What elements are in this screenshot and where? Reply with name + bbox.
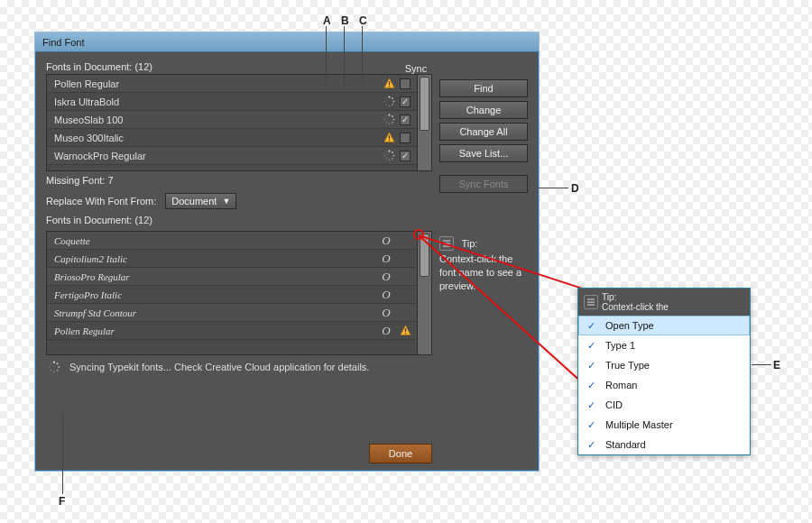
font-row[interactable]: Iskra UltraBold [47, 93, 417, 111]
font-row[interactable]: WarnockPro Regular [47, 147, 417, 165]
check-icon: ✓ [587, 439, 598, 451]
font-row[interactable]: CoquetteO [47, 232, 417, 250]
popup-menu-label: Roman [605, 380, 637, 390]
sync-checkbox[interactable] [397, 133, 413, 143]
svg-point-26 [383, 155, 384, 156]
check-icon: ✓ [587, 340, 598, 352]
callout-label-d: D [571, 182, 579, 195]
popup-menu-label: Multiple Master [605, 419, 673, 430]
popup-menu-item[interactable]: ✓Open Type [578, 316, 750, 335]
fonts-in-document-list[interactable]: Pollen RegularIskra UltraBoldMuseoSlab 1… [46, 74, 432, 171]
sync-fonts-button[interactable]: Sync Fonts [439, 175, 528, 193]
tip-body: Context-click the font name to see a pre… [439, 252, 528, 293]
callout-line [326, 26, 327, 89]
done-button[interactable]: Done [369, 444, 432, 463]
svg-point-25 [385, 158, 386, 159]
svg-point-8 [383, 101, 384, 102]
sync-status-text: Syncing Typekit fonts... Check Creative … [69, 362, 369, 372]
svg-point-31 [57, 362, 59, 364]
callout-line [538, 188, 568, 188]
tip-title: Tip: [461, 238, 477, 249]
svg-point-3 [391, 97, 392, 99]
callout-label-e: E [773, 359, 780, 372]
svg-point-13 [392, 122, 393, 124]
font-row[interactable]: Pollen RegularO [47, 322, 417, 340]
bottom-list-scrollbar[interactable] [417, 232, 431, 354]
svg-rect-0 [388, 81, 389, 85]
sync-checkbox[interactable] [397, 96, 413, 107]
font-type-popup: Tip: Context-click the ✓Open Type✓Type 1… [577, 288, 751, 455]
warning-icon [381, 132, 397, 143]
svg-point-20 [388, 151, 390, 152]
change-all-button[interactable]: Change All [439, 123, 528, 141]
popup-menu-item[interactable]: ✓Roman [578, 375, 750, 395]
svg-point-33 [57, 370, 59, 372]
replace-with-label: Replace With Font From: [46, 196, 156, 206]
svg-point-7 [385, 104, 386, 105]
find-font-window: Find Font Fonts in Document: (12) Sync P… [34, 32, 540, 472]
svg-point-35 [51, 370, 51, 371]
svg-rect-19 [388, 140, 389, 141]
font-type-glyph: O [375, 234, 397, 248]
syncing-spinner-icon [48, 361, 60, 373]
popup-menu-item[interactable]: ✓Type 1 [578, 335, 750, 355]
check-icon: ✓ [587, 419, 598, 431]
popup-menu-item[interactable]: ✓True Type [578, 355, 750, 375]
svg-point-16 [383, 119, 384, 120]
popup-menu-label: True Type [605, 360, 650, 371]
font-row[interactable]: BriosoPro RegularO [47, 268, 417, 286]
font-name: WarnockPro Regular [54, 151, 381, 161]
svg-rect-1 [388, 86, 389, 87]
font-row[interactable]: Capitolium2 ItalicO [47, 250, 417, 268]
find-button[interactable]: Find [439, 79, 528, 97]
font-type-glyph: O [375, 306, 397, 320]
top-list-scrollbar[interactable] [417, 75, 431, 170]
sync-header-label: Sync [400, 63, 432, 74]
font-name: Museo 300Italic [54, 133, 381, 143]
sync-checkbox[interactable] [397, 78, 413, 89]
syncing-spinner-icon [381, 96, 397, 107]
svg-point-23 [392, 158, 393, 160]
svg-point-17 [385, 115, 386, 116]
font-row[interactable]: MuseoSlab 100 [47, 111, 417, 129]
font-type-glyph: O [375, 288, 397, 302]
font-row[interactable]: Strumpf Std ContourO [47, 304, 417, 322]
syncing-spinner-icon [381, 150, 397, 161]
callout-label-a: A [323, 14, 331, 27]
font-name: Iskra UltraBold [54, 96, 381, 107]
replace-source-dropdown[interactable]: Document ▼ [165, 193, 236, 209]
check-icon: ✓ [587, 320, 598, 332]
svg-point-32 [58, 366, 60, 368]
sync-checkbox[interactable] [397, 115, 413, 125]
panel-menu-icon [584, 295, 598, 309]
svg-point-37 [51, 363, 51, 364]
svg-point-21 [391, 151, 392, 153]
window-title: Find Font [42, 37, 84, 48]
chevron-down-icon: ▼ [222, 197, 230, 206]
sync-checkbox[interactable] [397, 151, 413, 161]
popup-menu-item[interactable]: ✓CID [578, 395, 750, 415]
font-row[interactable]: FertigoPro ItalicO [47, 286, 417, 304]
svg-point-6 [388, 106, 389, 106]
syncing-spinner-icon [381, 114, 397, 125]
font-name: Capitolium2 Italic [54, 253, 375, 264]
missing-font-label: Missing Font: 7 [46, 175, 432, 186]
titlebar: Find Font [35, 32, 539, 52]
save-list-button[interactable]: Save List... [439, 144, 528, 162]
tip-block: Tip: Context-click the font name to see … [439, 234, 528, 293]
fonts-in-document-label-2: Fonts in Document: (12) [46, 215, 432, 225]
replacement-fonts-list[interactable]: CoquetteOCapitolium2 ItalicOBriosoPro Re… [46, 231, 432, 355]
svg-point-10 [388, 115, 390, 116]
warning-icon [397, 325, 413, 336]
callout-line [344, 26, 345, 89]
change-button[interactable]: Change [439, 101, 528, 119]
popup-menu-label: Standard [605, 439, 646, 450]
popup-menu-label: Open Type [605, 320, 654, 331]
font-name: MuseoSlab 100 [54, 115, 381, 125]
font-name: Pollen Regular [54, 326, 375, 336]
callout-circle [413, 229, 424, 240]
popup-menu-item[interactable]: ✓Multiple Master [578, 415, 750, 435]
font-row[interactable]: Museo 300Italic [47, 129, 417, 147]
svg-point-36 [49, 366, 50, 367]
popup-menu-item[interactable]: ✓Standard [578, 435, 750, 454]
